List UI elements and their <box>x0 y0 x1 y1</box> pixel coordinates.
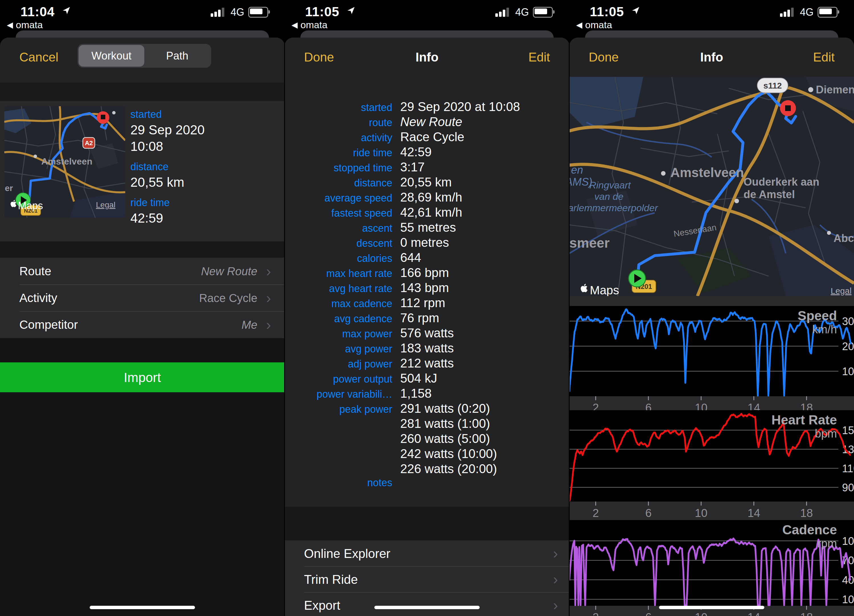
network-type-label: 4G <box>800 6 814 18</box>
summary-label: started <box>130 108 278 120</box>
y-axis-tick-label: 20 <box>842 340 854 352</box>
stat-row: average speed28,69 km/h <box>285 190 569 205</box>
n201-road-badge <box>600 134 622 145</box>
map-city-label: Amstelveen <box>41 156 93 166</box>
ride-info-screen: 11:05 ◀omata 4G Done Info Edit started29… <box>285 0 569 616</box>
y-axis-tick-label: 150 <box>842 424 854 436</box>
stat-value: 29 Sep 2020 at 10:08 <box>400 100 520 114</box>
panel-divider <box>284 0 285 616</box>
sheet-header: Done Info Edit <box>285 38 569 82</box>
a2-road-badge: A2 <box>83 137 95 148</box>
stat-label: activity <box>285 132 392 144</box>
action-row-trim-ride[interactable]: Trim Ride › <box>285 566 569 592</box>
stat-label: average speed <box>285 192 392 204</box>
svg-text:A2: A2 <box>85 139 93 146</box>
y-axis-tick-label: 30 <box>842 316 854 327</box>
signal-strength-icon <box>210 8 227 17</box>
stat-row: 242 watts (10:00) <box>285 447 569 462</box>
stat-label: ride time <box>285 147 392 159</box>
x-axis-tick-label: 6 <box>645 611 651 616</box>
segment-workout[interactable]: Workout <box>79 45 144 67</box>
action-label: Trim Ride <box>304 572 358 587</box>
stat-row: notes <box>285 477 569 492</box>
setting-row-competitor[interactable]: Competitor Me › <box>0 311 285 338</box>
cancel-button[interactable]: Cancel <box>19 50 58 64</box>
stat-value: 281 watts (1:00) <box>400 416 490 431</box>
stat-value: 260 watts (5:00) <box>400 432 490 446</box>
stat-row: calories644 <box>285 250 569 265</box>
action-row-online-explorer[interactable]: Online Explorer › <box>285 540 569 566</box>
stat-row: activityRace Cycle <box>285 130 569 145</box>
stat-label: descent <box>285 238 392 249</box>
stat-value: 576 watts <box>400 326 454 340</box>
chart-unit-label: rpm <box>817 537 837 550</box>
home-indicator[interactable] <box>90 606 195 609</box>
ride-charts: 30201026101418Speedkm/h15013011090261014… <box>569 296 854 616</box>
stat-label: notes <box>285 477 392 489</box>
stat-row: peak power291 watts (0:20) <box>285 401 569 416</box>
back-to-app-button[interactable]: ◀omata <box>576 19 612 30</box>
status-time: 11:05 <box>305 4 339 19</box>
segment-path[interactable]: Path <box>144 45 210 67</box>
edit-button[interactable]: Edit <box>813 50 835 64</box>
speed-chart[interactable]: 30201026101418Speedkm/h <box>569 296 854 410</box>
stat-row: 226 watts (20:00) <box>285 462 569 477</box>
svg-text:van de: van de <box>595 191 624 202</box>
stat-row: ride time42:59 <box>285 145 569 160</box>
stat-label: max cadence <box>285 298 392 310</box>
y-axis-tick-label: 40 <box>842 574 854 586</box>
stat-value: 42,61 km/h <box>400 205 462 220</box>
stat-row: max heart rate166 bpm <box>285 265 569 281</box>
location-arrow-icon <box>62 6 70 15</box>
stat-row: started29 Sep 2020 at 10:08 <box>285 100 569 115</box>
back-to-app-button[interactable]: ◀omata <box>291 19 327 30</box>
battery-icon <box>533 7 553 18</box>
stat-row: descent0 metres <box>285 235 569 250</box>
stat-label: started <box>285 102 392 114</box>
map-legal-link[interactable]: Legal <box>831 286 851 296</box>
stat-row: ascent55 metres <box>285 220 569 235</box>
cadence-chart[interactable]: 10070401026101418Cadencerpm <box>569 520 854 616</box>
home-indicator[interactable] <box>659 606 764 609</box>
end-pin-icon <box>97 111 109 124</box>
stat-value: 291 watts (0:20) <box>400 401 490 416</box>
stat-row: adj power212 watts <box>285 356 569 371</box>
back-to-app-button[interactable]: ◀omata <box>7 19 43 30</box>
sheet-header: Cancel Workout Path <box>0 38 285 82</box>
sheet-header: Done Info Edit <box>569 38 854 77</box>
stat-row: fastest speed42,61 km/h <box>285 205 569 220</box>
route-map[interactable]: Amstelveen Ouderkerk aan de Amstel Dieme… <box>569 77 854 296</box>
stat-value: 644 <box>400 250 421 265</box>
y-axis-tick-label: 90 <box>842 482 854 494</box>
stat-row: stopped time3:17 <box>285 160 569 175</box>
import-button[interactable]: Import <box>0 362 285 392</box>
chevron-right-icon: › <box>266 263 271 280</box>
setting-row-route[interactable]: Route New Route › <box>0 258 285 284</box>
heart-rate-chart[interactable]: 1501301109026101418Heart Ratebpm <box>569 410 854 520</box>
row-value: New Route <box>201 265 257 278</box>
ride-info-charts-screen: 11:05 ◀omata 4G Done Info Edit <box>569 0 854 616</box>
section-gap <box>0 241 285 258</box>
stat-label: power output <box>285 373 392 385</box>
ride-summary-section: Amstelveen er A2 N201 <box>0 101 285 241</box>
stat-row: avg heart rate143 bpm <box>285 281 569 296</box>
action-row-export[interactable]: Export ›Exchange Link, GPX, KML, CSV, TC… <box>285 592 569 616</box>
map-partial-label: er <box>5 183 13 193</box>
home-indicator[interactable] <box>374 606 480 609</box>
x-axis-tick-label: 18 <box>800 401 813 410</box>
stat-row: 260 watts (5:00) <box>285 432 569 447</box>
svg-text:Ringvaart: Ringvaart <box>589 180 631 191</box>
chevron-right-icon: › <box>266 290 271 306</box>
route-map-thumbnail[interactable]: Amstelveen er A2 N201 <box>4 106 125 218</box>
ride-stats-table: started29 Sep 2020 at 10:08routeNew Rout… <box>285 100 569 492</box>
svg-text:s112: s112 <box>763 81 782 90</box>
workout-path-segmented-control[interactable]: Workout Path <box>78 44 211 68</box>
edit-button[interactable]: Edit <box>528 50 550 64</box>
status-time: 11:05 <box>590 4 624 19</box>
info-sheet: Done Info Edit started29 Sep 2020 at 10:… <box>285 38 569 616</box>
back-app-label: omata <box>585 19 612 30</box>
map-legal-link[interactable]: Legal <box>96 200 116 209</box>
setting-row-activity[interactable]: Activity Race Cycle › <box>0 284 285 311</box>
chart-title: Heart Rate <box>772 412 837 427</box>
chart-title: Speed <box>798 308 837 323</box>
